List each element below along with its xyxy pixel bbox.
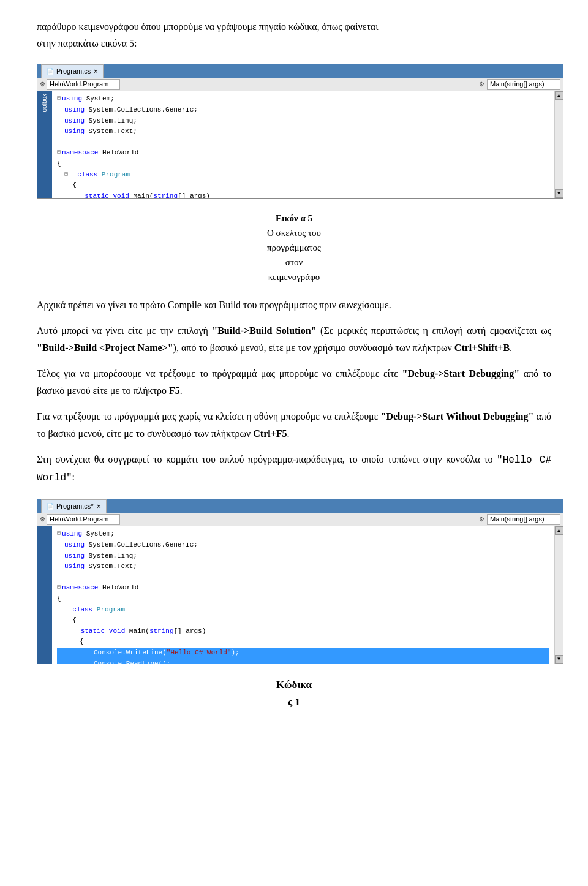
vs-code-area2[interactable]: ⊟using System; using System.Collections.… [52, 526, 554, 664]
code-line: { [64, 180, 549, 191]
code-line: using System.Text; [64, 126, 549, 137]
scroll-up-button[interactable]: ▲ [555, 91, 564, 100]
class-dropdown2[interactable]: HeloWorld.Program [47, 514, 120, 525]
paragraph3: Τέλος για να μπορέσουμε να τρέξουμε το π… [37, 365, 551, 399]
code-line: ⊟namespace HeloWorld [57, 583, 549, 594]
code-line: using System.Collections.Generic; [64, 540, 549, 551]
vs-code-area[interactable]: ⊟using System; using System.Collections.… [52, 91, 554, 198]
code-line: ⊟ static void Main(string[] args) [72, 191, 549, 199]
vs-sidebar2 [37, 526, 52, 664]
sidebar-label: Toolbox [40, 94, 50, 115]
code-line-highlighted: Console.WriteLine("Hello C# World"); [57, 648, 549, 659]
vs-body: Toolbox ⊟using System; using System.Coll… [37, 91, 563, 198]
intro-text: παράθυρο κειμενογράφου όπου μπορούμε να … [37, 18, 551, 51]
method-dropdown2[interactable]: Main(string[] args) [487, 514, 560, 525]
code-line [57, 137, 549, 148]
code-line: ⊟namespace HeloWorld [57, 148, 549, 159]
code-line: using System.Text; [64, 561, 549, 572]
bottom-caption: Κώδικα ς 1 [37, 676, 551, 710]
code-line: { [64, 615, 549, 626]
scroll-down-button[interactable]: ▼ [555, 189, 564, 198]
code-line: ⊟using System; [57, 94, 549, 105]
code-line: using System.Collections.Generic; [64, 105, 549, 116]
code-line: ⊟ static void Main(string[] args) [72, 626, 549, 637]
scroll-up-button2[interactable]: ▲ [555, 526, 564, 535]
figure2-screenshot: 📄 Program.cs* ✕ ⚙ HeloWorld.Program ⚙ Ma… [37, 499, 564, 664]
tab-close-icon[interactable]: ✕ [93, 67, 98, 77]
figure-caption-1: Εικόν α 5 Ο σκελτός του προγράμματος στο… [37, 211, 551, 284]
vs-sidebar: Toolbox [37, 91, 52, 198]
code-line: { [72, 637, 549, 648]
paragraph5: Στη συνέχεια θα συγγραφεί το κομμάτι του… [37, 451, 551, 487]
code-line [57, 572, 549, 583]
vs-toolbar2: ⚙ HeloWorld.Program ⚙ Main(string[] args… [37, 513, 563, 526]
vs-tab-program2[interactable]: 📄 Program.cs* ✕ [41, 499, 107, 513]
vs-scrollbar2[interactable]: ▲ ▼ [554, 526, 563, 664]
vs-titlebar: 📄 Program.cs ✕ [37, 64, 563, 78]
vs-toolbar2-left: ⚙ HeloWorld.Program [40, 514, 479, 525]
vs-titlebar2: 📄 Program.cs* ✕ [37, 499, 563, 513]
class-dropdown[interactable]: HeloWorld.Program [47, 79, 120, 90]
vs-tab-program[interactable]: 📄 Program.cs ✕ [41, 64, 104, 78]
code-line: { [57, 159, 549, 170]
vs-body2: ⊟using System; using System.Collections.… [37, 526, 563, 664]
figure1-screenshot: 📄 Program.cs ✕ ⚙ HeloWorld.Program ⚙ Mai… [37, 64, 564, 199]
code-line-highlighted2: Console.ReadLine(); [57, 659, 549, 664]
method-dropdown[interactable]: Main(string[] args) [487, 79, 560, 90]
paragraph4: Για να τρέξουμε το πρόγραμμά μας χωρίς ν… [37, 408, 551, 442]
vs-toolbar: ⚙ HeloWorld.Program ⚙ Main(string[] args… [37, 78, 563, 91]
vs-toolbar2-right: ⚙ Main(string[] args) [479, 514, 560, 525]
code-line: ⊟ class Program [64, 170, 549, 181]
vs-toolbar-left: ⚙ HeloWorld.Program [40, 79, 479, 90]
vs-scrollbar[interactable]: ▲ ▼ [554, 91, 563, 198]
vs-toolbar-right: ⚙ Main(string[] args) [479, 79, 560, 90]
code-line: class Program [64, 605, 549, 616]
paragraph2: Αυτό μπορεί να γίνει είτε με την επιλογή… [37, 322, 551, 357]
tab-close-icon2[interactable]: ✕ [96, 502, 101, 512]
code-line: using System.Linq; [64, 116, 549, 127]
code-line: ⊟using System; [57, 529, 549, 540]
code-line: using System.Linq; [64, 551, 549, 562]
code-line: { [57, 594, 549, 605]
paragraph1: Αρχικά πρέπει να γίνει το πρώτο Compile … [37, 297, 551, 314]
scroll-down-button2[interactable]: ▼ [555, 655, 564, 664]
